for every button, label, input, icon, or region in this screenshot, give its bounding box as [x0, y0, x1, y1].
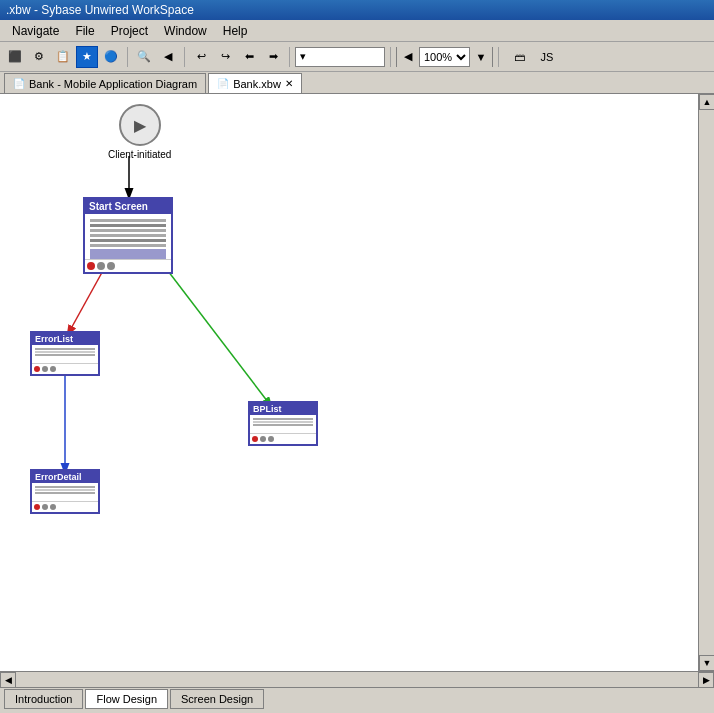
scroll-left[interactable]: ◀ — [0, 672, 16, 688]
screen-line-6 — [90, 244, 166, 247]
toolbar-btn-13[interactable]: JS — [536, 46, 558, 68]
screen-line-2 — [90, 224, 166, 227]
menu-file[interactable]: File — [67, 22, 102, 40]
menu-window[interactable]: Window — [156, 22, 215, 40]
tab-bank-xbw-close[interactable]: ✕ — [285, 78, 293, 89]
tab-bank-diagram[interactable]: 📄 Bank - Mobile Application Diagram — [4, 73, 206, 93]
ed-line-2 — [35, 489, 95, 491]
bp-line-1 — [253, 418, 313, 420]
toolbar-sep-2 — [184, 47, 185, 67]
error-list-card: ErrorList — [30, 331, 100, 376]
title-bar: .xbw - Sybase Unwired WorkSpace — [0, 0, 714, 20]
toolbar-sep-1 — [127, 47, 128, 67]
bp-list-title: BPList — [250, 403, 316, 415]
toolbar-dropdown[interactable]: ▾ — [295, 47, 385, 67]
tab-screen-design-label: Screen Design — [181, 693, 253, 705]
scroll-up[interactable]: ▲ — [699, 94, 714, 110]
zoom-select[interactable]: 100% — [419, 47, 470, 67]
toolbar-btn-7[interactable]: ◀ — [157, 46, 179, 68]
error-list-footer — [32, 363, 98, 374]
toolbar-sep-4 — [390, 47, 391, 67]
bp-line-3 — [253, 424, 313, 426]
tab-bank-xbw[interactable]: 📄 Bank.xbw ✕ — [208, 73, 302, 93]
scrollbar-vertical[interactable]: ▲ ▼ — [698, 94, 714, 671]
screen-line-4 — [90, 234, 166, 237]
ed-dot-gray-1 — [42, 504, 48, 510]
zoom-btn-right[interactable]: ▼ — [470, 46, 492, 68]
el-line-2 — [35, 351, 95, 353]
tab-introduction[interactable]: Introduction — [4, 689, 83, 709]
tab-bank-xbw-label: Bank.xbw — [233, 78, 281, 90]
canvas: ▶ Client-initiated Start Screen — [0, 94, 698, 671]
toolbar-btn-5[interactable]: 🔵 — [100, 46, 122, 68]
toolbar-sep-5 — [498, 47, 499, 67]
bp-list-footer — [250, 433, 316, 444]
el-dot-red — [34, 366, 40, 372]
bottom-tab-bar: Introduction Flow Design Screen Design — [0, 687, 714, 709]
scroll-thumb-v[interactable] — [699, 110, 714, 655]
toolbar-btn-4[interactable]: ★ — [76, 46, 98, 68]
error-list-title: ErrorList — [32, 333, 98, 345]
start-node[interactable]: ▶ Client-initiated — [108, 104, 171, 160]
el-line-3 — [35, 354, 95, 356]
menu-navigate[interactable]: Navigate — [4, 22, 67, 40]
error-detail-node[interactable]: ErrorDetail — [30, 469, 100, 514]
bp-dot-red — [252, 436, 258, 442]
svg-line-1 — [68, 267, 105, 334]
ed-line-1 — [35, 486, 95, 488]
error-detail-body — [32, 483, 98, 501]
toolbar-btn-3[interactable]: 📋 — [52, 46, 74, 68]
title-text: .xbw - Sybase Unwired WorkSpace — [6, 3, 194, 17]
toolbar-btn-12[interactable]: 🗃 — [504, 46, 534, 68]
toolbar-btn-2[interactable]: ⚙ — [28, 46, 50, 68]
toolbar-zoom-area: ◀ 100% ▼ — [396, 47, 493, 67]
error-detail-card: ErrorDetail — [30, 469, 100, 514]
footer-dot-gray-2 — [107, 262, 115, 270]
start-screen-node[interactable]: Start Screen — [83, 197, 173, 274]
bp-list-body — [250, 415, 316, 433]
tab-bank-diagram-label: Bank - Mobile Application Diagram — [29, 78, 197, 90]
start-screen-card: Start Screen — [83, 197, 173, 274]
screen-line-3 — [90, 229, 166, 232]
toolbar-btn-1[interactable]: ⬛ — [4, 46, 26, 68]
error-list-body — [32, 345, 98, 363]
ed-dot-gray-2 — [50, 504, 56, 510]
toolbar-sep-3 — [289, 47, 290, 67]
error-list-node[interactable]: ErrorList — [30, 331, 100, 376]
scroll-track-h — [16, 672, 698, 687]
toolbar: ⬛ ⚙ 📋 ★ 🔵 🔍 ◀ ↩ ↪ ⬅ ➡ ▾ ◀ 100% ▼ 🗃 JS — [0, 42, 714, 72]
bp-line-2 — [253, 421, 313, 423]
svg-line-2 — [165, 267, 271, 406]
top-tab-bar: 📄 Bank - Mobile Application Diagram 📄 Ba… — [0, 72, 714, 94]
main-area: ▶ Client-initiated Start Screen — [0, 94, 714, 671]
start-screen-footer — [85, 259, 171, 272]
toolbar-btn-9[interactable]: ↪ — [214, 46, 236, 68]
footer-dot-red-1 — [87, 262, 95, 270]
scroll-right[interactable]: ▶ — [698, 672, 714, 688]
tab-flow-design-label: Flow Design — [96, 693, 157, 705]
bp-list-node[interactable]: BPList — [248, 401, 318, 446]
screen-line-1 — [90, 219, 166, 222]
dropdown-text: ▾ — [300, 50, 306, 63]
menu-project[interactable]: Project — [103, 22, 156, 40]
toolbar-btn-10[interactable]: ⬅ — [238, 46, 260, 68]
toolbar-btn-11[interactable]: ➡ — [262, 46, 284, 68]
start-circle: ▶ — [119, 104, 161, 146]
el-dot-gray-1 — [42, 366, 48, 372]
toolbar-btn-6[interactable]: 🔍 — [133, 46, 155, 68]
tab-flow-design[interactable]: Flow Design — [85, 689, 168, 709]
el-line-1 — [35, 348, 95, 350]
error-detail-footer — [32, 501, 98, 512]
ed-dot-red — [34, 504, 40, 510]
menu-help[interactable]: Help — [215, 22, 256, 40]
zoom-btn-left[interactable]: ◀ — [397, 46, 419, 68]
el-dot-gray-2 — [50, 366, 56, 372]
toolbar-btn-8[interactable]: ↩ — [190, 46, 212, 68]
screen-bar — [90, 249, 166, 259]
scroll-down[interactable]: ▼ — [699, 655, 714, 671]
start-screen-title: Start Screen — [85, 199, 171, 214]
bp-dot-gray-2 — [268, 436, 274, 442]
start-screen-body — [85, 214, 171, 259]
scrollbar-horizontal[interactable]: ◀ ▶ — [0, 671, 714, 687]
tab-screen-design[interactable]: Screen Design — [170, 689, 264, 709]
